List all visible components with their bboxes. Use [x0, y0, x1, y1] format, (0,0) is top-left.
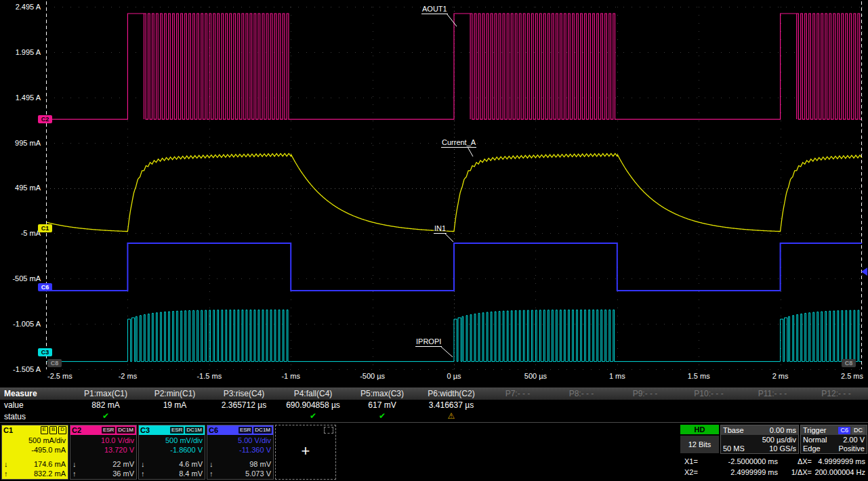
vertical-scale: 5.00 V/div	[209, 436, 271, 445]
measure-p2-status	[140, 411, 209, 422]
x-axis-label: -500 µs	[360, 372, 385, 380]
status-pass-icon: ✔	[310, 411, 316, 421]
stat-max: 36 mV	[112, 469, 134, 478]
measure-p8-header[interactable]: P8:- - -	[550, 388, 613, 400]
trigger-source-badge: C6	[838, 427, 850, 434]
drop-target-box[interactable]: +	[275, 425, 336, 480]
max-arrow-icon: ↑	[4, 469, 8, 478]
timebase-sample-rate: 10 GS/s	[769, 444, 796, 453]
measure-p10-header[interactable]: P10:- - -	[677, 388, 741, 400]
stat-min: 98 mV	[249, 459, 271, 469]
measure-p6-header[interactable]: P6:width(C2)	[417, 388, 486, 400]
cursor-invdx-value: 200.000004 Hz	[812, 467, 868, 478]
measure-p7-status	[486, 411, 550, 422]
y-axis-label: 1.495 A	[1, 93, 41, 102]
channel-descriptor-c1[interactable]: C1EBD500 mA/div-495.0 mA↓174.6 mA↑832.2 …	[1, 425, 68, 480]
measure-p11-status	[741, 411, 804, 422]
trigger-label: Trigger	[803, 425, 826, 435]
trigger-level: 2.00 V	[843, 435, 865, 444]
measure-p8-value	[550, 400, 613, 411]
y-axis-label: -5 mA	[1, 229, 41, 237]
label-leader-line	[468, 147, 473, 156]
timebase-per-div: 500 µs/div	[721, 435, 798, 444]
x-axis-label: -1.5 ms	[197, 372, 222, 380]
status-row-label: status	[0, 411, 71, 422]
stat-min: 4.6 mV	[179, 459, 203, 469]
trace-in1	[46, 243, 862, 291]
channel-marker-c2[interactable]: C2	[38, 115, 52, 123]
measure-p3-status	[209, 411, 278, 422]
measure-p4-header[interactable]: P4:fall(C4)	[278, 388, 348, 400]
min-arrow-icon: ↓	[4, 459, 8, 469]
stat-min: 22 mV	[112, 459, 134, 469]
trigger-box[interactable]: Trigger C6 DC Normal 2.00 V Edge Positiv…	[800, 425, 867, 454]
timebase-delay: 0.00 ms	[770, 425, 796, 435]
channel-descriptor-c3[interactable]: C3ESRDC1M500 mV/div-1.8600 V↓4.6 mV↑8.4 …	[138, 425, 205, 480]
channel-descriptor-c2[interactable]: C2ESRDC1M10.0 V/div13.720 V↓22 mV↑36 mV	[70, 425, 137, 480]
measure-p3-header[interactable]: P3:rise(C4)	[209, 388, 278, 400]
max-arrow-icon: ↑	[73, 469, 77, 478]
measure-p10-value	[677, 400, 741, 411]
channel-marker-c8[interactable]: C8	[842, 359, 856, 367]
trace-label-aout1[interactable]: AOUT1	[421, 5, 448, 14]
measure-p11-header[interactable]: P11:- - -	[741, 388, 804, 400]
measure-p2-value: 19 mA	[140, 400, 209, 411]
max-arrow-icon: ↑	[141, 469, 145, 478]
cursor-x2-value: 2.4999999 ms	[705, 467, 778, 478]
channel-id: C6	[209, 426, 218, 434]
measure-table: MeasureP1:max(C1)P2:min(C1)P3:rise(C4)P4…	[0, 388, 868, 423]
channel-marker-c8[interactable]: C8	[47, 359, 62, 367]
min-arrow-icon: ↓	[209, 459, 213, 469]
cursor-readout: X1= -2.5000000 ms ΔX= 4.9999999 ms X2= 2…	[680, 456, 868, 478]
stat-max: 832.2 mA	[34, 469, 66, 478]
x-axis: -2.5 ms-2 ms-1.5 ms-1 ms-500 µs0 µs500 µ…	[0, 371, 868, 383]
measure-p7-header[interactable]: P7:- - -	[486, 388, 550, 400]
descriptor-badge: ESR	[239, 427, 252, 434]
cursor-dx-label: ΔX=	[781, 456, 812, 467]
measure-p12-header[interactable]: P12:- - -	[804, 388, 868, 400]
y-axis-label: -1.005 A	[1, 320, 41, 328]
label-leader-line	[447, 14, 457, 26]
cursor-invdx-label: 1/ΔX=	[781, 467, 812, 478]
resolution-badge: 12 Bits	[680, 436, 719, 453]
trigger-level-marker[interactable]	[861, 268, 867, 276]
y-axis-label: 495 mA	[1, 184, 41, 192]
measure-p9-status	[613, 411, 677, 422]
descriptor-badge: DC1M	[117, 427, 135, 434]
hd-mode-badge[interactable]: HD	[680, 425, 719, 434]
measure-p5-header[interactable]: P5:max(C3)	[348, 388, 417, 400]
measure-p5-status: ✔	[348, 411, 417, 422]
timebase-label: Tbase	[723, 425, 744, 435]
x-axis-label: -2 ms	[119, 372, 138, 380]
x-axis-label: -1 ms	[281, 372, 300, 380]
vertical-scale: 10.0 V/div	[73, 436, 134, 445]
measure-p6-value: 3.416637 µs	[417, 400, 486, 411]
trace-label-ipropi[interactable]: IPROPI	[415, 337, 442, 347]
channel-marker-c6[interactable]: C6	[38, 283, 52, 291]
trace-label-current_a[interactable]: Current_A	[441, 138, 476, 148]
channel-id: C3	[140, 426, 150, 434]
crosshair-icon: +	[302, 442, 310, 460]
min-arrow-icon: ↓	[73, 459, 77, 469]
descriptor-badge: DC1M	[185, 427, 203, 434]
descriptor-badge: DC1M	[253, 427, 272, 434]
channel-descriptor-c6[interactable]: C6ESRDC1M5.00 V/div-11.360 V↓98 mV↑5.073…	[207, 425, 274, 480]
trigger-type: Edge	[803, 444, 821, 453]
trace-label-in1[interactable]: IN1	[434, 224, 447, 234]
measure-p4-status: ✔	[278, 411, 348, 422]
measure-p12-value	[804, 400, 868, 411]
measure-p9-header[interactable]: P9:- - -	[613, 388, 677, 400]
cursor-x1-label: X1=	[680, 456, 705, 467]
vertical-offset: 13.720 V	[73, 445, 134, 455]
channel-marker-c3[interactable]: C3	[38, 348, 52, 356]
channel-marker-c1[interactable]: C1	[38, 224, 52, 232]
vertical-offset: -495.0 mA	[4, 445, 66, 455]
x-axis-label: 2.5 ms	[841, 372, 863, 380]
stat-min: 174.6 mA	[34, 459, 66, 469]
measure-p2-header[interactable]: P2:min(C1)	[140, 388, 209, 400]
waveform-display[interactable]	[0, 0, 868, 370]
timebase-box[interactable]: Tbase 0.00 ms 500 µs/div 50 MS 10 GS/s	[720, 425, 799, 454]
stat-max: 5.073 V	[245, 469, 271, 478]
descriptor-badge: B	[49, 426, 57, 434]
measure-p1-header[interactable]: P1:max(C1)	[71, 388, 140, 400]
